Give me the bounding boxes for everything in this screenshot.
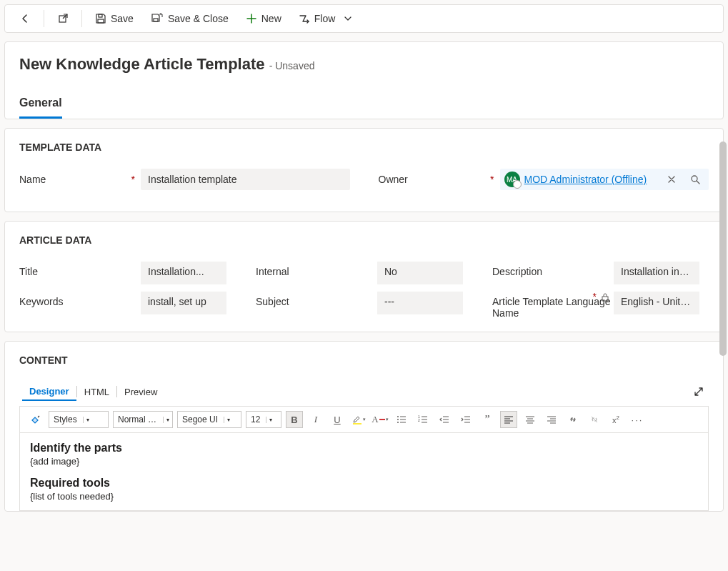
field-language: Article Template Language Name English -…	[492, 292, 709, 319]
record-header: New Knowledge Article Template - Unsaved…	[4, 41, 724, 119]
save-close-button[interactable]: Save & Close	[144, 10, 236, 27]
section-title-article: ARTICLE DATA	[19, 234, 709, 246]
bulleted-list-button[interactable]	[393, 411, 410, 428]
format-dropdown[interactable]: Normal (...▾	[113, 411, 173, 428]
indent-button[interactable]	[457, 411, 474, 428]
field-title: Title Installation...	[19, 262, 236, 284]
save-status: - Unsaved	[269, 60, 315, 71]
numbered-list-button[interactable]: 12	[414, 411, 432, 428]
font-size-dropdown[interactable]: 12▾	[246, 411, 281, 428]
highlight-icon	[352, 414, 362, 425]
svg-point-8	[397, 419, 399, 420]
name-input[interactable]: Installation template	[141, 169, 350, 190]
subtab-html[interactable]: HTML	[77, 384, 116, 400]
editor-body[interactable]: Identify the parts {add image} Required …	[19, 432, 709, 511]
list-ol-icon: 12	[418, 414, 428, 424]
bold-button[interactable]: B	[286, 411, 303, 428]
svg-rect-5	[602, 297, 608, 301]
section-title-template: TEMPLATE DATA	[19, 141, 709, 153]
svg-point-7	[397, 416, 399, 417]
highlight-button[interactable]: ▾	[350, 411, 367, 428]
search-icon	[690, 174, 700, 184]
owner-label: Owner	[379, 174, 500, 185]
link-button[interactable]	[564, 411, 582, 428]
save-label: Save	[111, 13, 134, 24]
plus-icon	[246, 13, 257, 24]
editor-toolbar: Styles▾ Normal (...▾ Segoe UI▾ 12▾ B I U…	[19, 406, 709, 432]
svg-rect-1	[98, 19, 104, 23]
underline-button[interactable]: U	[329, 411, 346, 428]
superscript-button[interactable]: x2	[607, 411, 624, 428]
italic-button[interactable]: I	[307, 411, 324, 428]
name-label: Name	[19, 174, 141, 185]
title-input[interactable]: Installation...	[141, 262, 226, 284]
outdent-button[interactable]	[436, 411, 453, 428]
list-ul-icon	[397, 414, 407, 424]
unlink-button[interactable]	[586, 411, 603, 428]
subject-label: Subject	[256, 292, 377, 307]
svg-rect-2	[99, 14, 102, 17]
new-label: New	[261, 13, 281, 24]
owner-link[interactable]: MOD Administrator (Offline)	[524, 174, 658, 185]
expand-editor-button[interactable]	[689, 382, 709, 402]
internal-input[interactable]: No	[377, 262, 463, 284]
keywords-label: Keywords	[19, 292, 141, 307]
editor-view-tabs: Designer HTML Preview	[22, 382, 709, 402]
indent-icon	[461, 414, 471, 424]
template-data-section: TEMPLATE DATA Name Installation template…	[4, 128, 724, 212]
toolbar-divider	[44, 10, 44, 27]
editor-placeholder: {add image}	[30, 456, 698, 467]
new-button[interactable]: New	[239, 10, 289, 27]
vertical-scrollbar[interactable]	[718, 41, 728, 570]
align-right-icon	[547, 414, 557, 424]
link-icon	[568, 414, 578, 424]
toolbar-divider	[81, 10, 82, 27]
outdent-icon	[439, 414, 449, 424]
field-internal: Internal No	[256, 262, 472, 284]
field-subject: Subject ---	[256, 292, 472, 314]
editor-placeholder: {list of tools needed}	[30, 491, 698, 502]
keywords-input[interactable]: install, set up	[141, 292, 226, 314]
subtab-designer[interactable]: Designer	[22, 383, 76, 401]
svg-text:2: 2	[418, 418, 420, 422]
command-bar: Save Save & Close New Flow	[4, 4, 724, 33]
more-commands-button[interactable]: ···	[629, 411, 646, 428]
align-right-button[interactable]	[543, 411, 560, 428]
save-icon	[95, 13, 106, 24]
save-button[interactable]: Save	[88, 10, 141, 27]
field-description: Description Installation ins...	[492, 262, 709, 284]
description-label: Description	[492, 262, 614, 277]
page-title: New Knowledge Article Template	[19, 55, 265, 73]
save-close-label: Save & Close	[168, 13, 229, 24]
open-in-new-button[interactable]	[50, 10, 76, 27]
owner-remove[interactable]	[662, 175, 682, 184]
font-color-button[interactable]: A ▾	[372, 411, 389, 428]
svg-rect-6	[353, 423, 361, 424]
scroll-thumb[interactable]	[719, 141, 727, 356]
flow-icon	[299, 13, 310, 24]
save-close-icon	[151, 13, 164, 24]
subject-input[interactable]: ---	[377, 292, 463, 314]
flow-label: Flow	[314, 13, 336, 24]
title-label: Title	[19, 262, 141, 277]
format-painter-button[interactable]	[27, 411, 44, 428]
owner-search[interactable]	[686, 174, 704, 184]
font-dropdown[interactable]: Segoe UI▾	[177, 411, 241, 428]
subtab-preview[interactable]: Preview	[117, 384, 164, 400]
align-center-button[interactable]	[522, 411, 539, 428]
flow-button[interactable]: Flow	[291, 10, 360, 27]
styles-dropdown[interactable]: Styles▾	[49, 411, 109, 428]
tab-general[interactable]: General	[19, 96, 62, 119]
content-section: CONTENT Designer HTML Preview Styles▾ No…	[4, 341, 724, 512]
language-input[interactable]: English - Unite...	[614, 292, 699, 314]
align-center-icon	[525, 414, 535, 424]
section-title-content: CONTENT	[19, 354, 709, 366]
blockquote-button[interactable]: ”	[479, 411, 496, 428]
back-button[interactable]	[12, 10, 38, 27]
unlink-icon	[589, 414, 599, 424]
chevron-down-icon	[344, 14, 352, 23]
description-input[interactable]: Installation ins...	[614, 262, 699, 284]
owner-lookup[interactable]: MA MOD Administrator (Offline)	[500, 169, 709, 190]
align-left-button[interactable]	[500, 411, 517, 428]
format-painter-icon	[31, 414, 41, 424]
